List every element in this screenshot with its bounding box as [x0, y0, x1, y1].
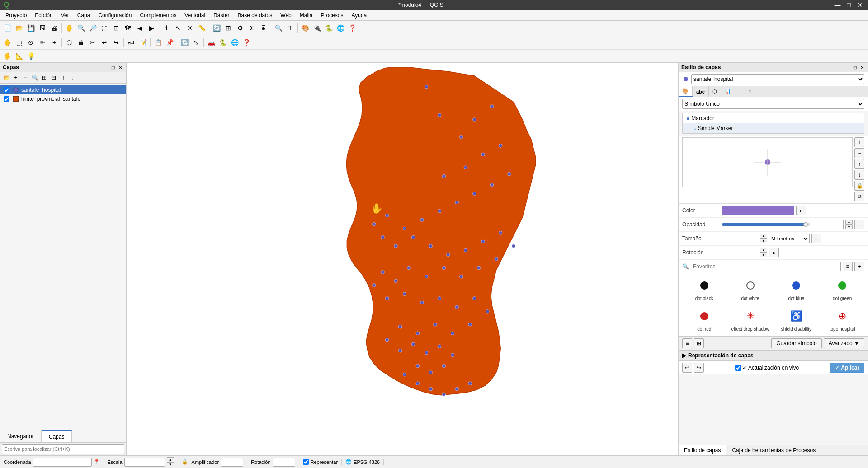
menu-base-datos[interactable]: Base de datos — [234, 11, 276, 19]
size-input[interactable]: 2,00000 — [722, 234, 758, 243]
render-checkbox[interactable] — [303, 459, 309, 465]
list-item[interactable]: limite_provincial_santafe — [0, 94, 126, 103]
pan-map-button[interactable]: ✋ — [2, 37, 13, 48]
move-down-button[interactable]: ↓ — [68, 73, 77, 82]
map-canvas[interactable] — [127, 63, 678, 455]
search-button[interactable]: 🔍 — [273, 23, 284, 33]
scale-spin-down[interactable]: ▼ — [167, 462, 174, 467]
add-feature-button[interactable]: + — [49, 37, 60, 48]
opacity-slider-handle[interactable] — [803, 222, 808, 227]
menu-ver[interactable]: Ver — [57, 11, 73, 19]
favorites-search-input[interactable] — [691, 262, 841, 271]
color-swatch[interactable] — [722, 206, 794, 215]
expand-all-button[interactable]: ⊞ — [40, 73, 49, 82]
rotation-status-input[interactable]: 0,0 ° — [273, 458, 295, 467]
list-view-button[interactable]: ≡ — [682, 338, 692, 348]
search-input[interactable] — [2, 444, 124, 454]
symbol-tree-marker-row[interactable]: ● Marcador — [683, 113, 864, 123]
zoom-selection-button[interactable]: ⊡ — [111, 23, 122, 33]
symbol-tree-simple-marker-row[interactable]: ○ Simple Marker — [683, 123, 864, 133]
float-button[interactable]: ⊡ — [110, 64, 116, 70]
zoom-layer-button[interactable]: 🗺 — [123, 23, 133, 33]
menu-edicion[interactable]: Edición — [31, 11, 56, 19]
tab-layers[interactable]: Capas — [42, 430, 72, 442]
tab-tools-bottom[interactable]: Caja de herramientas de Procesos — [726, 445, 821, 455]
color-expr-button[interactable]: ε — [796, 206, 806, 215]
list-item[interactable]: dot blue — [774, 274, 819, 303]
print-button[interactable]: 🖨 — [49, 23, 60, 33]
paste-button[interactable]: 📌 — [164, 37, 175, 48]
list-item[interactable]: ✳ effect drop shadow — [728, 305, 773, 334]
rotation-spin-up[interactable]: ▲ — [760, 248, 767, 253]
add-symbol-layer-button[interactable]: + — [854, 137, 864, 147]
save-symbol-button[interactable]: Guardar símbolo — [771, 338, 821, 348]
pan3-button[interactable]: ✋ — [2, 51, 13, 61]
identify-button[interactable]: ℹ — [161, 23, 172, 33]
titlebar-controls[interactable]: — □ ✕ — [833, 1, 864, 9]
filter-layer-button[interactable]: 🔍 — [30, 73, 39, 82]
digitize-button[interactable]: ⬡ — [64, 37, 75, 48]
opacity-spin-up[interactable]: ▲ — [845, 220, 853, 225]
apply-button[interactable]: ✓ Aplicar — [830, 363, 864, 373]
scale-input[interactable]: 1:2230677 — [124, 458, 165, 467]
map-area[interactable]: ✋ — [127, 63, 678, 455]
refresh-button[interactable]: 🔄 — [211, 23, 222, 33]
open-project-button[interactable]: 📂 — [14, 23, 24, 33]
deselect-button[interactable]: ✕ — [184, 23, 195, 33]
tab-fields[interactable]: ≡ — [735, 86, 745, 97]
duplicate-symbol-button[interactable]: ⧉ — [854, 192, 864, 201]
save-as-button[interactable]: 🖫 — [37, 23, 48, 33]
grid-view-button[interactable]: ⊞ — [694, 338, 704, 348]
rotation-input[interactable]: 0,00 ° — [722, 248, 758, 257]
style-button[interactable]: 🎨 — [300, 23, 311, 33]
label-button[interactable]: T — [285, 23, 296, 33]
map-tips-button[interactable]: 💡 — [25, 51, 36, 61]
amplifier-input[interactable]: 100% — [221, 458, 243, 467]
style-panel-close-button[interactable]: ✕ — [859, 64, 865, 70]
tab-navigator[interactable]: Navegador — [0, 430, 42, 442]
minimize-button[interactable]: — — [833, 1, 843, 9]
tile-button[interactable]: ⊞ — [223, 23, 234, 33]
opacity-slider[interactable] — [722, 223, 810, 226]
python-button[interactable]: 🐍 — [323, 23, 334, 33]
select2-button[interactable]: ⬚ — [14, 37, 24, 48]
maximize-button[interactable]: □ — [845, 1, 853, 9]
save-button[interactable]: 💾 — [25, 23, 36, 33]
tab-paint[interactable]: 🎨 — [679, 86, 693, 97]
lock-symbol-button[interactable]: 🔒 — [854, 181, 864, 191]
size-spin-down[interactable]: ▼ — [760, 239, 767, 243]
move-up-button[interactable]: ↑ — [59, 73, 68, 82]
zoom-prev-button[interactable]: ◀ — [134, 23, 145, 33]
size-expr-button[interactable]: ε — [811, 234, 821, 243]
delete-button[interactable]: 🗑 — [75, 37, 86, 48]
menu-raster[interactable]: Ráster — [210, 11, 233, 19]
remove-symbol-layer-button[interactable]: − — [854, 148, 864, 158]
add-layer-button[interactable]: + — [11, 73, 20, 82]
menu-web[interactable]: Web — [277, 11, 295, 19]
menu-procesos[interactable]: Procesos — [317, 11, 347, 19]
size-spin-up[interactable]: ▲ — [760, 234, 767, 239]
style-panel-close-buttons[interactable]: ⊡ ✕ — [852, 64, 865, 70]
menu-complementos[interactable]: Complementos — [136, 11, 180, 19]
favorites-add-button[interactable]: + — [854, 262, 864, 271]
scale-spin-up[interactable]: ▲ — [167, 457, 174, 462]
rotation-expr-button[interactable]: ε — [769, 248, 779, 257]
rotation-spin-down[interactable]: ▼ — [760, 253, 767, 257]
favorites-view-toggle[interactable]: ≡ — [843, 262, 853, 271]
move-up-symbol-button[interactable]: ↑ — [854, 159, 864, 169]
layer-provincial-checkbox[interactable] — [4, 96, 9, 102]
size-unit-select[interactable]: Milímetros — [769, 234, 810, 243]
representation-section-header[interactable]: ▶ Representación de capas — [679, 350, 868, 361]
menu-capa[interactable]: Capa — [74, 11, 94, 19]
opacity-expr-button[interactable]: ε — [854, 220, 864, 229]
select-button[interactable]: ↖ — [173, 23, 184, 33]
zoom-out-button[interactable]: 🔎 — [87, 23, 98, 33]
field-calc-button[interactable]: 🖩 — [258, 23, 269, 33]
globe-button[interactable]: 🌐 — [335, 23, 346, 33]
menu-proyecto[interactable]: Proyecto — [2, 11, 30, 19]
globe2-button[interactable]: 🌐 — [229, 37, 240, 48]
list-item[interactable]: dot black — [682, 274, 726, 303]
close-panel-button[interactable]: ✕ — [117, 64, 123, 70]
menu-malla[interactable]: Malla — [296, 11, 316, 19]
help-button[interactable]: ❓ — [347, 23, 358, 33]
